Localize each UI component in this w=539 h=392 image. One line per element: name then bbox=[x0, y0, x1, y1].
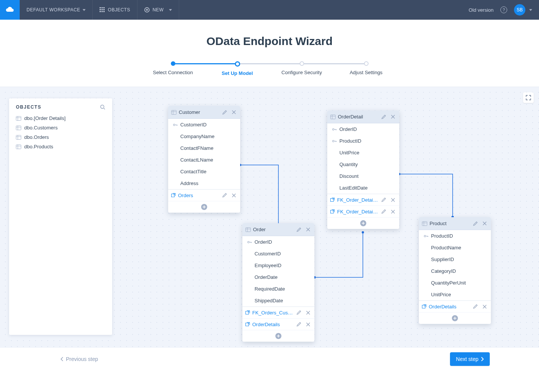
key-icon bbox=[332, 128, 337, 131]
add-nav-button[interactable] bbox=[419, 313, 491, 324]
entity-name: Customer bbox=[179, 109, 219, 115]
stepper-step[interactable]: Select Connection bbox=[141, 61, 205, 75]
svg-rect-3 bbox=[100, 9, 101, 10]
entity-field[interactable]: CategoryID bbox=[419, 265, 491, 277]
entity-field[interactable]: OrderDate bbox=[242, 271, 314, 283]
entity-field[interactable]: UnitPrice bbox=[419, 289, 491, 300]
remove-nav-button[interactable] bbox=[389, 196, 396, 203]
entity-field[interactable]: CompanyName bbox=[168, 131, 240, 142]
entity-card-orderdetail[interactable]: OrderDetail OrderID ProductID UnitPrice … bbox=[327, 110, 399, 229]
entity-field[interactable]: ContactLName bbox=[168, 154, 240, 166]
entity-field[interactable]: Discount bbox=[327, 170, 399, 182]
field-name: CustomerID bbox=[180, 122, 206, 128]
entity-card-product[interactable]: Product ProductID ProductName SupplierID… bbox=[419, 217, 491, 324]
edit-entity-button[interactable] bbox=[295, 226, 302, 233]
entity-field[interactable]: LastEditDate bbox=[327, 182, 399, 194]
next-step-button[interactable]: Next step bbox=[450, 352, 490, 366]
workspace-selector[interactable]: DEFAULT WORKSPACE bbox=[20, 0, 93, 20]
nav-new[interactable]: NEW bbox=[137, 0, 180, 20]
edit-entity-button[interactable] bbox=[380, 114, 387, 120]
key-icon bbox=[332, 139, 337, 143]
help-icon[interactable]: ? bbox=[500, 6, 507, 13]
entity-field[interactable]: SupplierID bbox=[419, 254, 491, 265]
entity-field[interactable]: OrderID bbox=[327, 123, 399, 135]
add-nav-button[interactable] bbox=[168, 201, 240, 213]
entity-nav[interactable]: OrderDetails bbox=[419, 301, 491, 313]
next-step-label: Next step bbox=[456, 356, 478, 362]
entity-nav[interactable]: FK_Order_Detail... bbox=[327, 194, 399, 206]
close-entity-button[interactable] bbox=[481, 220, 488, 227]
edit-entity-button[interactable] bbox=[221, 109, 228, 116]
entity-header[interactable]: OrderDetail bbox=[327, 110, 399, 123]
edit-entity-button[interactable] bbox=[472, 220, 479, 227]
field-name: ShippedDate bbox=[255, 298, 283, 303]
close-entity-button[interactable] bbox=[305, 226, 311, 233]
entity-field[interactable]: UnitPrice bbox=[327, 147, 399, 159]
svg-point-26 bbox=[333, 128, 334, 130]
close-entity-button[interactable] bbox=[389, 114, 396, 120]
search-icon[interactable] bbox=[100, 104, 105, 110]
nav-objects[interactable]: OBJECTS bbox=[93, 0, 137, 20]
close-entity-button[interactable] bbox=[230, 109, 237, 116]
entity-field[interactable]: ShippedDate bbox=[242, 295, 314, 306]
entity-name: Product bbox=[430, 221, 470, 226]
previous-step-button[interactable]: Previous step bbox=[61, 356, 98, 362]
entity-nav[interactable]: OrderDetails bbox=[242, 319, 314, 330]
remove-nav-button[interactable] bbox=[305, 309, 311, 316]
entity-field[interactable]: ProductID bbox=[327, 135, 399, 147]
entity-nav[interactable]: FK_Orders_Cust... bbox=[242, 307, 314, 319]
remove-nav-button[interactable] bbox=[481, 303, 488, 310]
svg-point-16 bbox=[101, 105, 104, 109]
edit-nav-button[interactable] bbox=[380, 208, 387, 215]
workspace-label: DEFAULT WORKSPACE bbox=[27, 7, 80, 12]
entity-field[interactable]: ProductID bbox=[419, 230, 491, 242]
object-item[interactable]: dbo.Orders bbox=[13, 132, 108, 142]
entity-card-order[interactable]: Order OrderID CustomerID EmployeeID Orde… bbox=[242, 223, 314, 342]
entity-field[interactable]: CustomerID bbox=[168, 119, 240, 131]
navigation-icon bbox=[330, 198, 335, 202]
svg-rect-0 bbox=[100, 7, 101, 8]
edit-nav-button[interactable] bbox=[295, 309, 302, 316]
field-name: Address bbox=[180, 180, 198, 186]
edit-nav-button[interactable] bbox=[295, 321, 302, 328]
entity-header[interactable]: Customer bbox=[168, 106, 240, 119]
entity-card-customer[interactable]: Customer CustomerID CompanyName ContactF… bbox=[168, 106, 240, 213]
svg-rect-7 bbox=[102, 11, 103, 12]
app-logo[interactable] bbox=[0, 0, 20, 20]
entity-nav[interactable]: FK_Order_Detail... bbox=[327, 206, 399, 218]
object-item[interactable]: dbo.Products bbox=[13, 142, 108, 151]
entity-field[interactable]: ContactTitle bbox=[168, 166, 240, 177]
entity-field[interactable]: RequiredDate bbox=[242, 283, 314, 295]
old-version-link[interactable]: Old version bbox=[469, 7, 494, 13]
entity-field[interactable]: Quantity bbox=[327, 159, 399, 170]
object-item[interactable]: dbo.[Order Details] bbox=[13, 114, 108, 123]
edit-nav-button[interactable] bbox=[472, 303, 479, 310]
entity-field[interactable]: Address bbox=[168, 177, 240, 189]
user-menu[interactable]: SB bbox=[514, 4, 532, 16]
edit-nav-button[interactable] bbox=[380, 196, 387, 203]
navigation-icon bbox=[245, 322, 250, 327]
entity-field[interactable]: CustomerID bbox=[242, 248, 314, 260]
add-nav-button[interactable] bbox=[242, 330, 314, 342]
entity-nav[interactable]: Orders bbox=[168, 190, 240, 201]
object-item[interactable]: dbo.Customers bbox=[13, 123, 108, 132]
field-name: OrderID bbox=[339, 126, 357, 132]
remove-nav-button[interactable] bbox=[305, 321, 311, 328]
entity-field[interactable]: ProductName bbox=[419, 242, 491, 254]
expand-canvas-button[interactable] bbox=[523, 92, 534, 103]
entity-header[interactable]: Product bbox=[419, 217, 491, 230]
add-nav-button[interactable] bbox=[327, 218, 399, 229]
svg-rect-29 bbox=[331, 210, 334, 213]
entity-field[interactable]: ContactFName bbox=[168, 142, 240, 154]
edit-nav-button[interactable] bbox=[221, 192, 228, 199]
remove-nav-button[interactable] bbox=[389, 208, 396, 215]
table-icon bbox=[330, 115, 336, 119]
entity-header[interactable]: Order bbox=[242, 223, 314, 236]
key-icon bbox=[173, 123, 178, 127]
entity-field[interactable]: EmployeeID bbox=[242, 260, 314, 271]
remove-nav-button[interactable] bbox=[230, 192, 237, 199]
model-canvas[interactable]: OBJECTS dbo.[Order Details]dbo.Customers… bbox=[0, 87, 539, 348]
entity-field[interactable]: QuantityPerUnit bbox=[419, 277, 491, 289]
nav-label: Orders bbox=[178, 193, 219, 198]
entity-field[interactable]: OrderID bbox=[242, 236, 314, 248]
